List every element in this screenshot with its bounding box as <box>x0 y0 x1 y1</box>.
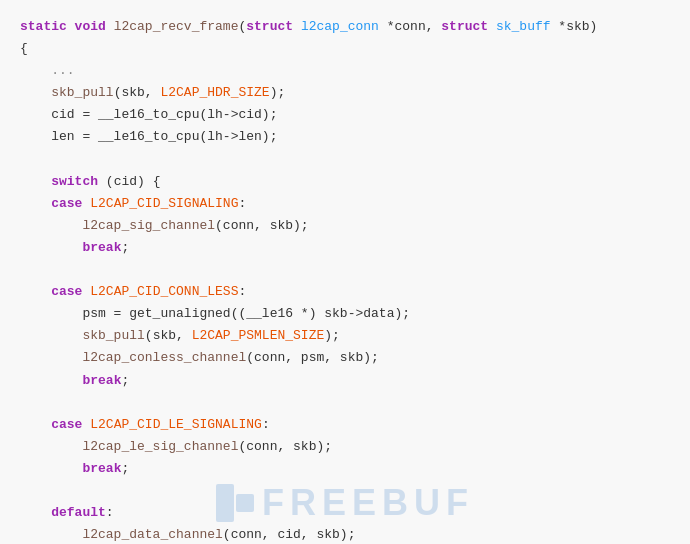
code-line: l2cap_data_channel(conn, cid, skb); <box>20 524 670 544</box>
code-token: (cid) { <box>98 174 160 189</box>
code-line: break; <box>20 237 670 259</box>
code-token: break <box>82 240 121 255</box>
code-token: ; <box>121 373 129 388</box>
code-token <box>20 240 82 255</box>
code-line: ... <box>20 60 670 82</box>
code-token: (skb, <box>145 328 192 343</box>
code-token: *skb) <box>558 19 597 34</box>
code-token: skb_pull <box>20 328 145 343</box>
code-token: break <box>82 373 121 388</box>
code-line: default: <box>20 502 670 524</box>
code-token: static <box>20 19 75 34</box>
code-token: ); <box>270 85 286 100</box>
code-token: L2CAP_PSMLEN_SIZE <box>192 328 325 343</box>
code-line: l2cap_sig_channel(conn, skb); <box>20 215 670 237</box>
code-token: sk_buff <box>496 19 558 34</box>
code-token <box>20 196 51 211</box>
code-token: break <box>82 461 121 476</box>
code-token: L2CAP_CID_LE_SIGNALING <box>90 417 262 432</box>
code-token: ; <box>121 461 129 476</box>
code-line: case L2CAP_CID_LE_SIGNALING: <box>20 414 670 436</box>
code-token: cid = __le16_to_cpu(lh->cid); <box>20 107 277 122</box>
code-token: : <box>238 196 246 211</box>
code-token: skb_pull <box>20 85 114 100</box>
code-line: skb_pull(skb, L2CAP_HDR_SIZE); <box>20 82 670 104</box>
code-token: l2cap_le_sig_channel <box>20 439 238 454</box>
code-line <box>20 149 670 171</box>
code-line: break; <box>20 370 670 392</box>
code-token: (conn, cid, skb); <box>223 527 356 542</box>
code-token: psm = get_unaligned((__le16 *) skb->data… <box>20 306 410 321</box>
code-token: l2cap_conn <box>301 19 387 34</box>
code-token <box>20 284 51 299</box>
code-token: struct <box>441 19 496 34</box>
code-token: (skb, <box>114 85 161 100</box>
code-token: l2cap_recv_frame <box>114 19 239 34</box>
code-token: case <box>51 417 90 432</box>
code-line: cid = __le16_to_cpu(lh->cid); <box>20 104 670 126</box>
code-token: : <box>106 505 114 520</box>
code-token: switch <box>51 174 98 189</box>
code-token: case <box>51 284 90 299</box>
code-line: case L2CAP_CID_CONN_LESS: <box>20 281 670 303</box>
code-line: psm = get_unaligned((__le16 *) skb->data… <box>20 303 670 325</box>
code-token: (conn, skb); <box>238 439 332 454</box>
code-token: l2cap_data_channel <box>20 527 223 542</box>
code-token: len = __le16_to_cpu(lh->len); <box>20 129 277 144</box>
code-line: case L2CAP_CID_SIGNALING: <box>20 193 670 215</box>
code-line: len = __le16_to_cpu(lh->len); <box>20 126 670 148</box>
code-token: *conn, <box>387 19 442 34</box>
code-line <box>20 392 670 414</box>
code-line: l2cap_le_sig_channel(conn, skb); <box>20 436 670 458</box>
code-line: switch (cid) { <box>20 171 670 193</box>
code-token: : <box>262 417 270 432</box>
code-line: { <box>20 38 670 60</box>
code-token: L2CAP_HDR_SIZE <box>160 85 269 100</box>
code-token: ); <box>324 328 340 343</box>
code-token <box>20 417 51 432</box>
code-token: { <box>20 41 28 56</box>
code-token: L2CAP_CID_CONN_LESS <box>90 284 238 299</box>
code-token: default <box>51 505 106 520</box>
code-token: (conn, skb); <box>215 218 309 233</box>
code-token: L2CAP_CID_SIGNALING <box>90 196 238 211</box>
code-line: break; <box>20 458 670 480</box>
code-token: void <box>75 19 114 34</box>
code-token <box>20 373 82 388</box>
code-token <box>20 461 82 476</box>
code-token: (conn, psm, skb); <box>246 350 379 365</box>
code-token: ; <box>121 240 129 255</box>
code-token <box>20 505 51 520</box>
code-token: l2cap_sig_channel <box>20 218 215 233</box>
code-token: struct <box>246 19 301 34</box>
code-token: case <box>51 196 90 211</box>
code-token: ... <box>20 63 75 78</box>
code-line: l2cap_conless_channel(conn, psm, skb); <box>20 347 670 369</box>
code-token: : <box>238 284 246 299</box>
code-line: static void l2cap_recv_frame(struct l2ca… <box>20 16 670 38</box>
code-line <box>20 480 670 502</box>
code-line <box>20 259 670 281</box>
code-line: skb_pull(skb, L2CAP_PSMLEN_SIZE); <box>20 325 670 347</box>
code-token: l2cap_conless_channel <box>20 350 246 365</box>
code-container: static void l2cap_recv_frame(struct l2ca… <box>0 0 690 544</box>
code-token <box>20 174 51 189</box>
